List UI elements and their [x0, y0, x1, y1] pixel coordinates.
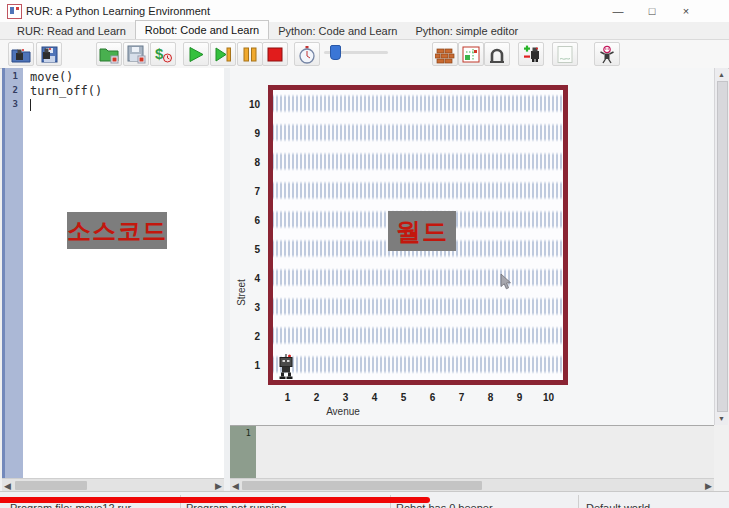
open-program-button[interactable]	[96, 42, 122, 66]
street-number: 5	[234, 235, 264, 264]
world-annotation: 월드	[388, 211, 456, 251]
avenue-number: 1	[273, 392, 302, 403]
avenue-axis-label: Avenue	[310, 406, 376, 417]
run-program-button[interactable]	[183, 42, 209, 66]
step-icon	[213, 45, 233, 64]
mouse-cursor-icon	[500, 274, 512, 291]
avenue-number: 10	[534, 392, 563, 403]
slider-thumb[interactable]	[330, 45, 341, 60]
scrollbar-thumb[interactable]	[717, 81, 728, 412]
world-vertical-scrollbar[interactable]: ▲ ▼	[714, 68, 728, 425]
step-program-button[interactable]	[210, 42, 236, 66]
open-world-with-robot-icon	[11, 45, 31, 64]
svg-text:$: $	[155, 45, 164, 62]
scroll-down-icon[interactable]: ▼	[715, 413, 728, 424]
avenue-numbers: 12345678910	[273, 392, 563, 403]
text-caret	[30, 99, 31, 111]
toolbar: $	[0, 40, 729, 69]
scroll-left-icon[interactable]: ◀	[2, 480, 13, 491]
save-program-icon	[126, 45, 146, 64]
stop-icon	[265, 45, 285, 64]
avenue-number: 5	[389, 392, 418, 403]
scroll-right-icon[interactable]: ▶	[703, 480, 714, 491]
code-lines: move()turn_off()	[30, 70, 102, 112]
robot-figure-icon	[597, 45, 617, 64]
open-world-button[interactable]	[8, 42, 34, 66]
world-panel: 10987654321 Street 12345678910 Avenue 월드	[230, 68, 714, 425]
street-number: 10	[234, 90, 264, 119]
avenue-number: 2	[302, 392, 331, 403]
red-highlight-marker	[0, 497, 430, 503]
tab-python-code-and-learn[interactable]: Python: Code and Learn	[269, 23, 406, 39]
street-number: 2	[234, 322, 264, 351]
new-blank-world-button[interactable]	[552, 42, 578, 66]
street-axis-label: Street	[236, 273, 247, 313]
scroll-left-icon[interactable]: ◀	[230, 480, 241, 491]
tab-rur-read-and-learn[interactable]: RUR: Read and Learn	[8, 23, 135, 39]
edit-world-button[interactable]	[458, 42, 484, 66]
tab-python-simple-editor[interactable]: Python: simple editor	[406, 23, 527, 39]
speed-timer-button[interactable]	[294, 42, 320, 66]
tab-bar: RUR: Read and Learn Robot: Code and Lear…	[0, 22, 729, 40]
blank-world-icon	[555, 45, 575, 64]
save-program-as-icon: $	[153, 45, 173, 64]
output-line-number: 1	[230, 426, 256, 438]
save-world-button[interactable]	[36, 42, 62, 66]
close-button[interactable]: ×	[669, 0, 703, 22]
scrollbar-thumb[interactable]	[242, 481, 482, 490]
avenue-number: 7	[447, 392, 476, 403]
code-editor[interactable]: 123 move()turn_off() 소스코드	[2, 68, 224, 478]
pause-icon	[240, 45, 260, 64]
status-field: Default world	[586, 502, 650, 508]
scrollbar-thumb[interactable]	[15, 481, 87, 490]
line-number: 1	[5, 71, 21, 85]
line-number: 3	[5, 99, 21, 113]
stopwatch-icon	[297, 45, 317, 64]
resize-world-button[interactable]	[484, 42, 510, 66]
status-separator	[578, 495, 579, 508]
line-number-gutter	[5, 68, 23, 478]
avenue-number: 3	[331, 392, 360, 403]
window-controls: — □ ×	[601, 0, 703, 22]
scroll-up-icon[interactable]: ▲	[715, 69, 728, 80]
tab-robot-code-and-learn[interactable]: Robot: Code and Learn	[135, 20, 269, 39]
toggle-walls-button[interactable]	[432, 42, 458, 66]
run-icon	[186, 45, 206, 64]
street-number: 8	[234, 148, 264, 177]
code-line: move()	[30, 70, 102, 84]
save-program-button[interactable]	[123, 42, 149, 66]
avenue-number: 8	[476, 392, 505, 403]
street-numbers: 10987654321	[234, 90, 264, 380]
add-remove-beepers-icon	[521, 45, 541, 64]
maximize-button[interactable]: □	[635, 0, 669, 22]
robot-sprite	[276, 354, 296, 380]
street-number: 1	[234, 351, 264, 380]
output-panel: 1	[230, 425, 714, 478]
line-number: 2	[5, 85, 21, 99]
output-horizontal-scrollbar[interactable]: ◀ ▶	[230, 478, 714, 491]
minimize-button[interactable]: —	[601, 0, 635, 22]
app-window: RUR: a Python Learning Environment — □ ×…	[0, 0, 729, 508]
editor-horizontal-scrollbar[interactable]: ◀ ▶	[2, 478, 224, 491]
title-bar: RUR: a Python Learning Environment — □ ×	[0, 0, 729, 23]
save-program-as-button[interactable]: $	[150, 42, 176, 66]
open-program-icon	[99, 45, 119, 64]
scroll-right-icon[interactable]: ▶	[213, 480, 224, 491]
stop-program-button[interactable]	[262, 42, 288, 66]
edit-world-icon	[461, 45, 481, 64]
toggle-robot-button[interactable]	[594, 42, 620, 66]
code-line	[30, 98, 102, 112]
add-remove-beepers-button[interactable]	[518, 42, 544, 66]
street-number: 7	[234, 177, 264, 206]
avenue-number: 9	[505, 392, 534, 403]
line-numbers: 123	[5, 71, 21, 113]
pause-program-button[interactable]	[237, 42, 263, 66]
avenue-number: 6	[418, 392, 447, 403]
speed-slider[interactable]	[320, 42, 392, 66]
brick-wall-icon	[435, 45, 455, 64]
window-title: RUR: a Python Learning Environment	[26, 5, 210, 17]
street-number: 6	[234, 206, 264, 235]
app-icon	[7, 4, 22, 19]
save-world-with-robot-icon	[39, 45, 59, 64]
street-number: 9	[234, 119, 264, 148]
